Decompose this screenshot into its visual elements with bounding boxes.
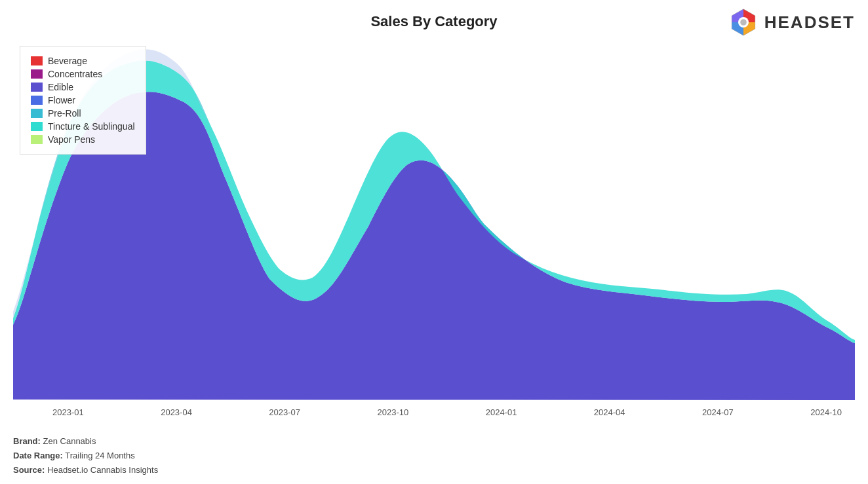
footer-brand-label: Brand:: [13, 436, 41, 446]
headset-logo-icon: [728, 7, 759, 38]
footer-source-value: Headset.io Cannabis Insights: [47, 465, 158, 475]
legend-label-vapor: Vapor Pens: [48, 134, 95, 145]
footer-date-value: Trailing 24 Months: [65, 451, 134, 460]
chart-legend: Beverage Concentrates Edible Flower Pre-…: [20, 46, 146, 155]
legend-label-flower: Flower: [48, 95, 75, 105]
legend-color-concentrates: [31, 69, 43, 79]
x-label-2: 2023-07: [269, 407, 300, 417]
legend-item-preroll: Pre-Roll: [31, 108, 135, 119]
x-label-4: 2024-01: [486, 407, 517, 417]
svg-point-2: [740, 19, 747, 26]
footer-source: Source: Headset.io Cannabis Insights: [13, 463, 158, 477]
legend-color-beverage: [31, 56, 43, 65]
legend-item-tincture: Tincture & Sublingual: [31, 121, 135, 132]
legend-color-flower: [31, 96, 43, 105]
legend-color-tincture: [31, 122, 43, 131]
footer-source-label: Source:: [13, 465, 45, 475]
footer-daterange: Date Range: Trailing 24 Months: [13, 449, 158, 463]
logo: HEADSET: [728, 7, 855, 38]
legend-item-vapor: Vapor Pens: [31, 134, 135, 145]
x-label-0: 2023-01: [52, 407, 84, 417]
chart-container: HEADSET Sales By Category Beverage Conce…: [0, 0, 868, 484]
legend-label-preroll: Pre-Roll: [48, 108, 81, 119]
legend-label-concentrates: Concentrates: [48, 69, 102, 79]
x-label-6: 2024-07: [702, 407, 734, 417]
legend-color-edible: [31, 83, 43, 92]
footer-info: Brand: Zen Cannabis Date Range: Trailing…: [13, 434, 158, 477]
x-axis-labels: 2023-01 2023-04 2023-07 2023-10 2024-01 …: [13, 403, 855, 417]
legend-label-tincture: Tincture & Sublingual: [48, 121, 135, 132]
footer-date-label: Date Range:: [13, 451, 63, 460]
logo-text: HEADSET: [764, 12, 855, 33]
footer-brand: Brand: Zen Cannabis: [13, 434, 158, 449]
legend-label-edible: Edible: [48, 82, 73, 92]
legend-item-concentrates: Concentrates: [31, 69, 135, 79]
legend-color-preroll: [31, 109, 43, 118]
legend-color-vapor: [31, 135, 43, 144]
legend-item-beverage: Beverage: [31, 56, 135, 66]
x-label-5: 2024-04: [594, 407, 625, 417]
footer-brand-value: Zen Cannabis: [43, 436, 96, 446]
x-label-7: 2024-10: [810, 407, 842, 417]
legend-label-beverage: Beverage: [48, 56, 87, 66]
legend-item-flower: Flower: [31, 95, 135, 105]
x-label-1: 2023-04: [161, 407, 192, 417]
x-label-3: 2023-10: [378, 407, 409, 417]
legend-item-edible: Edible: [31, 82, 135, 92]
